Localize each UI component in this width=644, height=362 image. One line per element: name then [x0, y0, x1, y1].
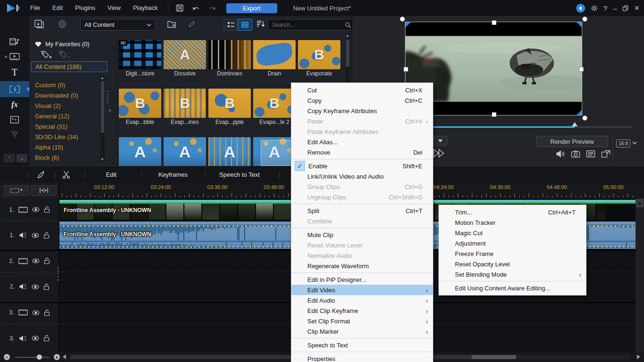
transition-thumb-evap-bble[interactable]: B — [119, 89, 161, 118]
horizontal-scroll-grip[interactable] — [471, 355, 516, 359]
submenu-item-freeze-frame[interactable]: Freeze Frame — [439, 248, 586, 259]
corner-anchor-icon[interactable] — [405, 22, 411, 27]
split-scissors-icon[interactable] — [62, 171, 71, 179]
transition-thumb-r2c2[interactable]: A — [208, 137, 251, 166]
paint-room-button[interactable] — [3, 128, 26, 141]
rotate-handle[interactable] — [400, 16, 405, 22]
context-menu-item-cut[interactable]: CutCtrl+X — [291, 85, 433, 95]
seekbar-playhead[interactable] — [572, 122, 578, 126]
submenu-item-set-blending-mode[interactable]: Set Blending Mode› — [439, 269, 586, 280]
transition-thumb-dissolve[interactable]: A — [164, 40, 206, 69]
context-menu-item-enable[interactable]: ✓EnableShift+E — [291, 161, 433, 171]
context-menu-item-edit-clip-keyframe[interactable]: Edit Clip Keyframe› — [291, 305, 433, 316]
lock-icon[interactable] — [44, 257, 50, 264]
context-menu-item-paste[interactable]: PasteCtrl+V› — [291, 116, 433, 126]
scroll-down-icon[interactable] — [101, 158, 104, 161]
eye-icon[interactable] — [32, 284, 39, 289]
context-menu-item-clip-marker[interactable]: Clip Marker› — [291, 326, 433, 337]
context-menu-item-reset-volume-level[interactable]: Reset Volume Level — [291, 240, 433, 250]
context-menu-item-combine[interactable]: Combine — [291, 216, 433, 226]
context-menu-item-edit-alias[interactable]: Edit Alias... — [291, 137, 433, 147]
transition-thumb-r2c3[interactable]: A — [253, 137, 296, 166]
chevron-down-icon[interactable] — [632, 141, 637, 145]
settings-gear-icon[interactable] — [591, 5, 598, 12]
render-preview-button[interactable]: Render Preview — [536, 136, 608, 147]
timeline-vertical-scrollbar[interactable] — [636, 198, 644, 353]
tab-speech-to-text[interactable]: Speech to Text — [219, 166, 260, 183]
category-block-6[interactable]: Block (6) — [31, 153, 101, 163]
zoom-slider-knob[interactable] — [37, 354, 42, 360]
context-menu-item-regenerate-waveform[interactable]: Regenerate Waveform — [291, 261, 433, 271]
eye-icon[interactable] — [32, 258, 40, 263]
context-menu-item-split[interactable]: SplitCtrl+T — [291, 206, 433, 216]
transition-thumb-drain[interactable] — [253, 40, 296, 69]
lock-icon[interactable] — [44, 309, 50, 316]
particle-room-button[interactable]: ** — [3, 113, 26, 126]
minimize-icon[interactable]: – — [613, 5, 617, 12]
restore-icon[interactable] — [622, 5, 628, 11]
remove-tag-icon[interactable] — [58, 50, 71, 60]
scroll-left-icon[interactable] — [63, 354, 66, 359]
list-view-button[interactable] — [223, 19, 238, 31]
submenu-item-adjustment[interactable]: Adjustment — [439, 238, 586, 248]
category-visual-2[interactable]: Visual (2) — [31, 101, 101, 111]
context-menu-item-link-unlink-video-and-audio[interactable]: Link/Unlink Video and Audio — [291, 171, 433, 181]
category-scroll-thumb[interactable] — [101, 81, 104, 133]
resize-handle-left[interactable] — [404, 67, 408, 72]
submenu-item-edit-using-content-aware-editing[interactable]: Edit Using Content Aware Editing... — [439, 283, 586, 293]
eye-icon[interactable] — [32, 336, 39, 341]
context-menu-item-edit-video[interactable]: Edit Video› — [291, 285, 433, 295]
scroll-up-icon[interactable] — [346, 34, 349, 37]
context-menu-item-set-clip-format[interactable]: Set Clip Format› — [291, 316, 433, 326]
menu-view[interactable]: View — [101, 0, 127, 16]
scroll-up-icon[interactable] — [101, 77, 104, 79]
aspect-ratio-badge[interactable]: 16:9 — [616, 140, 630, 148]
details-list-icon[interactable] — [586, 150, 595, 158]
context-menu-item-speech-to-text[interactable]: Speech to Text — [291, 340, 433, 350]
rail-scroll-up[interactable]: ⌃ — [4, 154, 15, 162]
zoom-out-button[interactable]: − — [4, 354, 10, 360]
timeline-zoom-slider[interactable] — [15, 357, 49, 358]
corner-anchor-icon[interactable] — [577, 110, 582, 115]
effect-room-button[interactable]: fx — [3, 98, 26, 111]
category-custom-0[interactable]: Custom (0) — [31, 80, 101, 90]
menu-plugins[interactable]: Plugins — [69, 0, 101, 16]
rotate-handle[interactable] — [582, 115, 587, 121]
help-icon[interactable]: ? — [603, 5, 607, 12]
lock-icon[interactable] — [44, 206, 50, 213]
add-tag-icon[interactable] — [41, 50, 53, 60]
menu-edit[interactable]: Edit — [46, 0, 69, 16]
lock-icon[interactable] — [43, 232, 50, 239]
undock-icon[interactable] — [601, 150, 611, 158]
sort-icon[interactable] — [256, 20, 265, 28]
transition-thumb-digit-store[interactable]: 3D — [119, 40, 161, 69]
undo-icon[interactable] — [191, 5, 200, 11]
category-scrollbar[interactable] — [100, 75, 105, 162]
tab-edit[interactable]: Edit — [106, 166, 116, 183]
submenu-item-trim[interactable]: Trim...Ctrl+Alt+T — [439, 207, 586, 217]
category-downloaded-0[interactable]: Downloaded (0) — [31, 90, 101, 101]
resize-handle-right[interactable] — [579, 67, 584, 72]
transition-thumb-r2c1[interactable]: A — [164, 137, 206, 166]
resize-handle-top[interactable] — [492, 20, 496, 25]
eye-icon[interactable] — [32, 310, 40, 315]
redo-icon[interactable] — [208, 5, 217, 11]
context-menu-item-copy[interactable]: CopyCtrl+C — [291, 95, 433, 106]
category-special-31[interactable]: Special (31) — [31, 122, 101, 132]
category-3d-3d-like-34[interactable]: 3D/3D-Like (34) — [31, 132, 101, 142]
snapshot-camera-icon[interactable] — [571, 150, 580, 158]
notification-bell-icon[interactable] — [576, 4, 585, 13]
context-menu-item-properties[interactable]: Properties — [291, 354, 433, 362]
submenu-item-reset-opacity-level[interactable]: Reset Opacity Level — [439, 259, 586, 269]
save-icon[interactable] — [176, 4, 184, 12]
download-globe-icon[interactable] — [58, 19, 67, 29]
preview-quality-dropdown[interactable] — [433, 136, 447, 146]
lock-icon[interactable] — [43, 335, 50, 342]
rotate-handle[interactable] — [582, 16, 587, 22]
eye-icon[interactable] — [32, 207, 40, 212]
context-menu-item-remove[interactable]: RemoveDel — [291, 147, 433, 157]
scroll-up-button[interactable] — [636, 199, 644, 207]
context-menu-item-normalize-audio[interactable]: Normalize Audio — [291, 250, 433, 261]
category-alpha-15[interactable]: Alpha (15) — [31, 142, 101, 153]
collapse-panel-icon[interactable]: ‹ — [109, 107, 111, 114]
